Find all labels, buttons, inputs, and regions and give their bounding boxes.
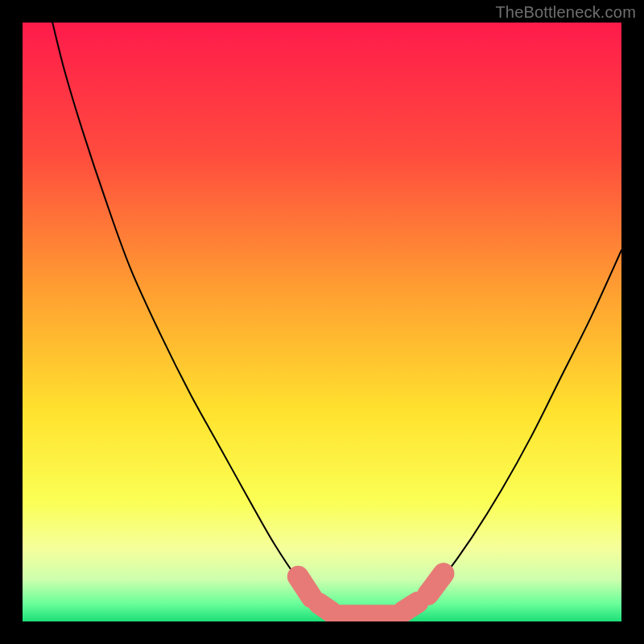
plot-area [23, 23, 621, 621]
highlight-capsule [428, 573, 444, 594]
highlight-capsule [298, 576, 312, 597]
bottleneck-chart [23, 23, 621, 621]
highlight-capsule [319, 604, 331, 612]
watermark-label: TheBottleneck.com [495, 3, 636, 22]
chart-frame: TheBottleneck.com [0, 0, 644, 644]
highlight-capsule [402, 602, 418, 612]
gradient-background [23, 23, 621, 621]
